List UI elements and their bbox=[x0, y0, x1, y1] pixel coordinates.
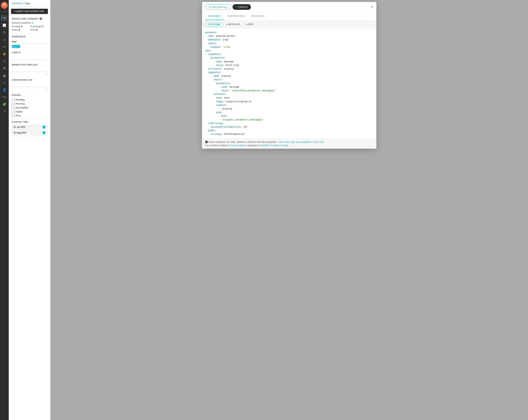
phase-running: Running bbox=[12, 102, 47, 106]
yaml-line-17: value: '{{workflow.parameters.message}}' bbox=[205, 89, 373, 93]
date-2-remove[interactable]: × bbox=[42, 131, 46, 134]
workflow-template-input[interactable] bbox=[12, 67, 47, 72]
yaml-line-22: - /argosay bbox=[205, 107, 373, 111]
yaml-line-5: example: 'true' bbox=[205, 46, 373, 49]
modal-close-button[interactable]: × bbox=[371, 5, 373, 9]
info-icon: i bbox=[40, 17, 42, 20]
sidebar-icon-dashboard[interactable]: ⬜ bbox=[1, 22, 7, 28]
yaml-line-16: - name: message bbox=[205, 85, 373, 89]
date-1-remove[interactable]: × bbox=[42, 126, 46, 128]
sidebar-icon-lightning[interactable]: ⚡ bbox=[1, 51, 7, 57]
sidebar-icon-link[interactable]: ⛓ bbox=[1, 65, 7, 71]
footer-info-icon: i bbox=[205, 140, 208, 143]
sidebar-icon-list[interactable]: ☰ bbox=[1, 29, 7, 35]
create-button[interactable]: + CREATE bbox=[233, 4, 251, 10]
tab-parameters[interactable]: PARAMETERS bbox=[224, 12, 248, 20]
yaml-line-24: - echo bbox=[205, 114, 373, 118]
yaml-line-14: inputs: bbox=[205, 78, 373, 82]
yaml-line-7: arguments: bbox=[205, 53, 373, 56]
workflows-summary-section: WORKFLOWS SUMMARY i Running workflows 0 … bbox=[9, 16, 50, 34]
tab-metadata[interactable]: METADATA bbox=[248, 12, 268, 20]
breadcrumb-separator: / bbox=[24, 2, 25, 5]
phase-failed-checkbox[interactable] bbox=[12, 110, 14, 113]
phase-error-checkbox[interactable] bbox=[12, 114, 14, 117]
sidebar-icon-clock[interactable]: ◷ bbox=[1, 36, 7, 43]
date-chip-2: 22 Aug 2023 × bbox=[12, 130, 47, 135]
footer-ide-link[interactable]: Learn how to get auto-completion in your… bbox=[278, 141, 324, 143]
phase-succeeded-checkbox[interactable] bbox=[12, 106, 14, 109]
sidebar-icon-code[interactable]: </> bbox=[1, 94, 7, 100]
summary-grid: Pending 0 Succeeded 1 Failed 0 Error 0 bbox=[12, 25, 47, 31]
labels-section: LABELS bbox=[9, 50, 50, 62]
namespace-title: NAMESPACE bbox=[12, 35, 47, 38]
breadcrumb: Workflows / argo bbox=[12, 2, 30, 5]
nav-breadcrumb-container: Workflows / argo bbox=[9, 0, 50, 7]
submit-new-workflow-button[interactable]: + SUBMIT NEW WORKFLOW bbox=[11, 9, 48, 14]
yaml-line-1: metadata: bbox=[205, 31, 373, 35]
labels-input[interactable] bbox=[12, 55, 47, 60]
sidebar-icon-puzzle[interactable]: 🧩 bbox=[1, 101, 7, 107]
workflow-template-section: WORKFLOW TEMPLATE ▼ bbox=[9, 62, 50, 77]
tab-manifest[interactable]: MANIFEST bbox=[205, 12, 224, 20]
yaml-line-25: - '{{inputs.parameters.message}}' bbox=[205, 118, 373, 122]
sidebar: v3.4.10 ≡ ⬜ ☰ ◷ ⚡ ↻ ⛓ ▦ ≡ 👤 </> 🧩 ? bbox=[0, 0, 9, 420]
yaml-line-4: labels: bbox=[205, 42, 373, 46]
namespace-chip-remove[interactable]: × bbox=[18, 45, 19, 48]
modal-tabs: MANIFEST PARAMETERS METADATA bbox=[202, 12, 376, 20]
phase-running-checkbox[interactable] bbox=[12, 103, 14, 105]
workflows-summary-title: WORKFLOWS SUMMARY i bbox=[12, 17, 47, 20]
sidebar-icon-grid[interactable]: ▦ bbox=[1, 72, 7, 79]
failed-row: Failed 0 bbox=[12, 28, 29, 31]
yaml-line-13: - name: argosay bbox=[205, 74, 373, 78]
sidebar-icon-lines[interactable]: ≡ bbox=[1, 80, 7, 86]
started-time-title: STARTED TIME bbox=[12, 121, 47, 123]
subtab-spec[interactable]: ▶ SPEC bbox=[244, 22, 257, 27]
phase-pending-checkbox[interactable] bbox=[12, 98, 14, 101]
namespace-input[interactable] bbox=[12, 39, 47, 44]
labels-title: LABELS bbox=[12, 51, 47, 54]
yaml-line-2: name: awesome-python bbox=[205, 35, 373, 38]
modal-subtabs: JSON/YAML ▶ METADATA ▶ SPEC bbox=[202, 20, 376, 29]
modal-overlay: UPLOAD FILE + CREATE × MANIFEST PARAMETE… bbox=[50, 0, 528, 420]
sidebar-icon-refresh[interactable]: ↻ bbox=[1, 58, 7, 64]
phases-section: PHASES Pending Running Succeeded Failed … bbox=[9, 93, 50, 119]
subtab-json-yaml[interactable]: JSON/YAML bbox=[205, 22, 223, 27]
svg-point-4 bbox=[3, 5, 4, 5]
code-editor-container[interactable]: metadata: name: awesome-python namespace… bbox=[202, 29, 376, 139]
subtab-metadata[interactable]: ▶ METADATA bbox=[224, 22, 243, 27]
phase-failed: Failed bbox=[12, 110, 47, 114]
footer-catalog-link[interactable]: Workflow Template Catalog bbox=[261, 144, 288, 147]
modal-header: UPLOAD FILE + CREATE × bbox=[202, 2, 376, 12]
yaml-line-3: namespace: argo bbox=[205, 38, 373, 42]
upload-file-button[interactable]: UPLOAD FILE bbox=[205, 4, 231, 10]
succeeded-row: Succeeded 1 bbox=[30, 25, 47, 28]
footer-examples-line: You can find manifests in the examples o… bbox=[205, 144, 373, 147]
phase-succeeded: Succeeded bbox=[12, 106, 47, 110]
main-content: UPLOAD FILE + CREATE × MANIFEST PARAMETE… bbox=[50, 0, 528, 420]
svg-point-5 bbox=[5, 5, 6, 5]
yaml-line-6: spec: bbox=[205, 49, 373, 53]
breadcrumb-workflows-link[interactable]: Workflows bbox=[12, 2, 23, 5]
cron-workflow-input[interactable] bbox=[12, 82, 47, 87]
yaml-editor[interactable]: metadata: name: awesome-python namespace… bbox=[202, 29, 376, 139]
namespace-section: NAMESPACE argo × bbox=[9, 34, 50, 50]
sidebar-icon-help[interactable]: ? bbox=[1, 108, 7, 115]
yaml-line-23: args: bbox=[205, 111, 373, 114]
yaml-line-15: parameters: bbox=[205, 82, 373, 85]
phases-list: Pending Running Succeeded Failed Error bbox=[12, 98, 47, 117]
sidebar-icon-user[interactable]: 👤 bbox=[1, 87, 7, 93]
app-version: v3.4.10 bbox=[1, 11, 7, 13]
footer-examples-link[interactable]: in the examples bbox=[228, 144, 244, 147]
yaml-line-26: ttlStrategy: bbox=[205, 122, 373, 125]
svg-rect-6 bbox=[4, 6, 5, 7]
running-header: Running workflows 0 bbox=[12, 22, 47, 24]
workflow-template-title: WORKFLOW TEMPLATE bbox=[12, 64, 47, 66]
breadcrumb-current: argo bbox=[25, 2, 30, 5]
error-row: Error 0 bbox=[30, 28, 47, 31]
cron-workflow-title: CRON WORKFLOW bbox=[12, 79, 47, 81]
sidebar-icon-broadcast[interactable] bbox=[1, 44, 7, 50]
yaml-line-28: podGC: bbox=[205, 129, 373, 133]
yaml-line-12: templates: bbox=[205, 71, 373, 74]
sidebar-icon-menu[interactable]: ≡ bbox=[1, 15, 7, 21]
yaml-line-19: name: main bbox=[205, 96, 373, 100]
